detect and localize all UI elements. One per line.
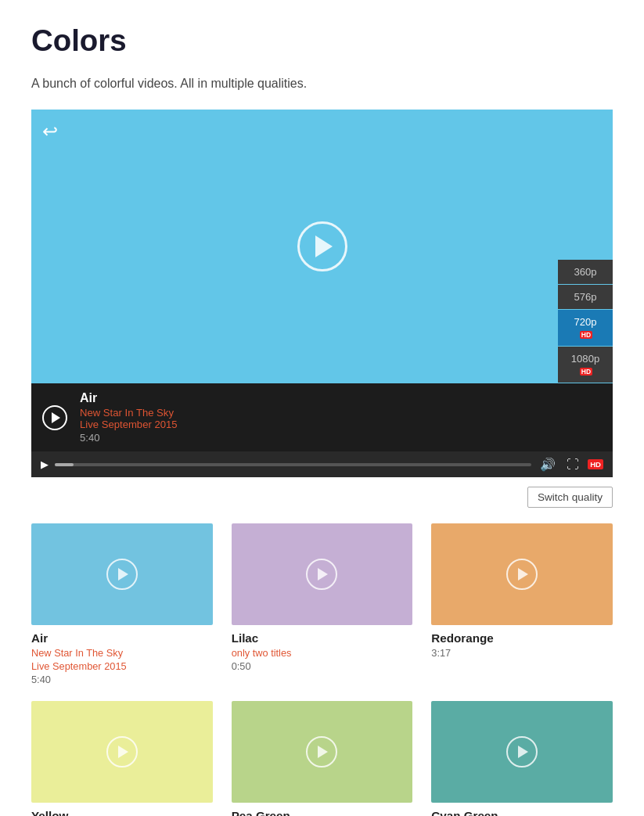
progress-fill xyxy=(55,463,74,466)
hd-badge: HD xyxy=(580,368,592,376)
video-title: Air xyxy=(80,391,602,405)
main-play-button[interactable] xyxy=(297,221,347,271)
video-thumb-lilac xyxy=(232,523,413,625)
quality-btn-720p[interactable]: 720pHD xyxy=(558,310,613,346)
replay-icon[interactable]: ↩ xyxy=(42,120,58,142)
card-duration-lilac: 0:50 xyxy=(232,660,413,672)
controls-bar: ▶ 🔊 ⛶ HD xyxy=(31,451,613,477)
progress-track[interactable] xyxy=(55,463,531,466)
ctrl-play-icon[interactable]: ▶ xyxy=(41,458,49,470)
video-card-air[interactable]: AirNew Star In The SkyLive September 201… xyxy=(31,523,213,685)
switch-quality-row: Switch quality xyxy=(31,487,613,508)
volume-icon[interactable]: 🔊 xyxy=(538,457,558,472)
video-thumb-redorange xyxy=(431,523,613,625)
hd-badge-ctrl[interactable]: HD xyxy=(588,459,603,469)
video-card-cyan-green[interactable]: Cyan Green1:33 xyxy=(431,701,613,816)
info-play-icon xyxy=(52,412,60,423)
video-live: Live September 2015 xyxy=(80,419,602,430)
card-title-redorange: Redorange xyxy=(431,631,613,645)
card-subtitle-air: New Star In The Sky xyxy=(31,647,213,659)
video-card-pea-green[interactable]: Pea Green2:59 xyxy=(232,701,413,816)
card-duration-air: 5:40 xyxy=(31,674,213,685)
quality-btn-576p[interactable]: 576p xyxy=(558,285,613,309)
video-thumb-yellow xyxy=(31,701,213,803)
card-title-lilac: Lilac xyxy=(232,631,413,645)
quality-btn-360p[interactable]: 360p xyxy=(558,260,613,284)
thumb-play-triangle-icon xyxy=(118,746,128,758)
video-screen[interactable]: ↩ 360p576p720pHD1080pHD xyxy=(31,110,613,383)
card-live-air: Live September 2015 xyxy=(31,660,213,672)
thumb-play-circle xyxy=(306,736,337,767)
video-card-lilac[interactable]: Lilaconly two titles0:50 xyxy=(232,523,413,685)
thumb-play-triangle-icon xyxy=(318,568,328,581)
thumb-play-circle xyxy=(306,559,337,590)
video-thumb-pea-green xyxy=(232,701,413,803)
thumb-play-triangle-icon xyxy=(518,746,528,758)
card-title-air: Air xyxy=(31,631,213,645)
card-title-cyan-green: Cyan Green xyxy=(431,809,613,816)
fullscreen-icon[interactable]: ⛶ xyxy=(564,458,581,472)
quality-buttons: 360p576p720pHD1080pHD xyxy=(558,260,613,383)
hd-badge: HD xyxy=(580,331,592,339)
card-duration-redorange: 3:17 xyxy=(431,647,613,659)
video-player: ↩ 360p576p720pHD1080pHD Air New Star In … xyxy=(31,110,613,477)
thumb-play-triangle-icon xyxy=(118,568,128,581)
video-info-bar: Air New Star In The Sky Live September 2… xyxy=(31,383,613,451)
switch-quality-button[interactable]: Switch quality xyxy=(527,487,613,508)
info-play-button[interactable] xyxy=(42,405,67,430)
card-title-pea-green: Pea Green xyxy=(232,809,413,816)
video-meta: Air New Star In The Sky Live September 2… xyxy=(80,391,602,444)
video-card-redorange[interactable]: Redorange3:17 xyxy=(431,523,613,685)
video-card-yellow[interactable]: Yellow4:24 xyxy=(31,701,213,816)
page-title: Colors xyxy=(31,23,613,58)
thumb-play-circle xyxy=(506,736,538,767)
thumb-play-circle xyxy=(106,736,138,767)
video-subtitle: New Star In The Sky xyxy=(80,407,602,419)
thumb-play-circle xyxy=(506,559,538,590)
page-description: A bunch of colorful videos. All in multi… xyxy=(31,77,613,91)
card-subtitle-lilac: only two titles xyxy=(232,647,413,659)
thumb-play-circle xyxy=(106,559,138,590)
video-thumb-cyan-green xyxy=(431,701,613,803)
video-thumb-air xyxy=(31,523,213,625)
quality-btn-1080p[interactable]: 1080pHD xyxy=(558,347,613,383)
video-grid: AirNew Star In The SkyLive September 201… xyxy=(31,523,613,816)
thumb-play-triangle-icon xyxy=(318,746,328,758)
card-title-yellow: Yellow xyxy=(31,809,213,816)
play-triangle-icon xyxy=(315,235,333,257)
video-duration: 5:40 xyxy=(80,432,602,444)
thumb-play-triangle-icon xyxy=(518,568,528,581)
